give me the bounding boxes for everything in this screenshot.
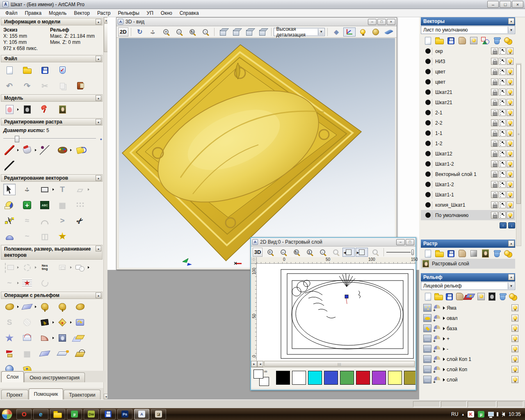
layer-colour-icon[interactable] [424, 130, 432, 137]
zoom-slider[interactable] [386, 249, 414, 255]
layer-visible-icon[interactable] [507, 140, 514, 147]
text-on-curve-icon[interactable] [21, 262, 33, 273]
vector-layer-row[interactable]: окр [421, 46, 515, 56]
gradient-layer-icon[interactable] [468, 249, 479, 258]
arc-fit-icon[interactable] [39, 215, 51, 226]
cut-icon[interactable]: ✂ [39, 80, 51, 91]
view3d-titlebar[interactable]: A 3D - вид – □ × [116, 18, 397, 26]
vector-layer-row[interactable]: цвет [421, 77, 515, 87]
move-layer-down-icon[interactable]: ↓ [508, 222, 515, 228]
vector-layer-row[interactable]: Шкат12 [421, 148, 515, 159]
redo-icon[interactable]: ↷ [21, 80, 33, 91]
distort-relief-icon[interactable]: ▦ [21, 348, 33, 359]
minimize-button[interactable]: – [487, 1, 499, 8]
toggle-all-layers-icon[interactable] [503, 36, 514, 46]
create-text-icon[interactable]: T [56, 184, 68, 195]
restore-button[interactable]: □ [406, 239, 414, 245]
two-rail-sweep-icon[interactable] [21, 332, 33, 344]
open-relief-layer-icon[interactable] [433, 292, 444, 301]
expand-arrow-icon[interactable] [443, 368, 445, 371]
relief-preset-dropdown[interactable]: Лицевой рельеф [421, 282, 515, 290]
layer-visible-icon[interactable] [511, 325, 518, 332]
flood-fill-icon[interactable] [21, 144, 33, 156]
flat-plane-icon[interactable] [39, 348, 51, 359]
layer-colour-icon[interactable] [424, 140, 432, 147]
snap-layer-icon[interactable] [499, 68, 506, 75]
layer-visible-icon[interactable] [507, 78, 514, 85]
star-wizard-icon[interactable] [3, 332, 16, 344]
taskbar-utorrent[interactable]: µ [67, 409, 82, 420]
layer-colour-icon[interactable] [424, 78, 432, 86]
collapse-icon[interactable] [96, 175, 101, 181]
network-tray-icon[interactable] [488, 412, 494, 416]
detail-level-dropdown[interactable]: Высокая детализация [274, 28, 325, 36]
fillet-icon[interactable]: ~ [21, 231, 33, 242]
layer-visible-icon[interactable] [507, 68, 514, 75]
export-model-icon[interactable] [56, 64, 68, 76]
zoom-previous-icon[interactable]: ↻ [186, 27, 199, 37]
greyscale-preview-icon[interactable] [486, 292, 497, 301]
zoom-previous-icon[interactable]: ↻ [290, 248, 302, 257]
layer-colour-icon[interactable] [424, 58, 432, 65]
relief-visibility-icon[interactable] [476, 292, 486, 301]
zero-plane-icon[interactable] [21, 301, 33, 313]
section-header-model-info[interactable]: Информация о модели [1, 18, 103, 25]
zoom-out-icon[interactable]: − [277, 248, 289, 257]
paste-icon[interactable] [74, 80, 86, 91]
greyscale-model-icon[interactable] [21, 104, 33, 115]
close-button[interactable]: × [387, 19, 395, 25]
twist-icon[interactable] [39, 277, 51, 289]
taskbar-opera[interactable]: O [16, 409, 32, 420]
draw-relief-icon[interactable] [383, 27, 395, 37]
collapse-icon[interactable] [96, 95, 101, 101]
merge-vector-layers-icon[interactable] [457, 36, 468, 46]
zoom-box-icon[interactable]: ▫ [316, 248, 329, 257]
colour-swatch-1[interactable] [292, 371, 306, 385]
relief-layer-row[interactable]: слой Коп 1 [421, 354, 520, 364]
draw-axes-icon[interactable] [343, 27, 356, 37]
utorrent-tray-icon[interactable]: µ [478, 411, 484, 418]
layer-colour-icon[interactable] [424, 160, 432, 168]
layer-visible-icon[interactable] [507, 58, 514, 65]
taskbar-save-app[interactable] [100, 409, 116, 420]
layer-colour-icon[interactable] [424, 99, 432, 106]
select-shapes-icon[interactable] [480, 36, 491, 46]
lock-layer-icon[interactable] [491, 89, 498, 96]
layer-visibility-icon[interactable] [468, 36, 479, 46]
colour-swatch-5[interactable] [356, 371, 370, 385]
combine-mode-icon[interactable] [433, 345, 441, 352]
zoom-object-icon[interactable] [329, 248, 342, 257]
dot-spacing-icon[interactable] [74, 199, 86, 211]
lock-layer-icon[interactable] [491, 109, 498, 116]
section-header-model[interactable]: Модель [1, 94, 103, 102]
menu-Файл[interactable]: Файл [2, 9, 21, 17]
new-vector-layer-icon[interactable] [422, 36, 433, 46]
nesting-icon[interactable] [39, 262, 51, 273]
relief-layer-row[interactable]: овал [421, 313, 520, 323]
brush-diameter-slider[interactable]: ✦ [3, 136, 100, 142]
layer-visible-icon[interactable] [507, 89, 514, 96]
lock-layer-icon[interactable] [491, 78, 498, 85]
layer-colour-icon[interactable] [424, 68, 432, 75]
collapse-icon[interactable] [96, 56, 101, 62]
collapse-icon[interactable] [96, 292, 101, 298]
sculpt-icon[interactable]: S [3, 317, 16, 328]
snap-left-icon[interactable] [342, 248, 355, 257]
lock-layer-icon[interactable] [491, 150, 498, 157]
colour-swatch-2[interactable] [308, 371, 322, 385]
fit-vectors-icon[interactable]: ~ [3, 277, 16, 289]
section-header-raster-edit[interactable]: Редактирование растра [1, 118, 103, 126]
layer-visible-icon[interactable] [511, 376, 518, 383]
add-relief-icon[interactable] [56, 301, 68, 313]
scroll-left-icon[interactable]: ◂ [257, 361, 263, 367]
vector-list-scrollbar[interactable]: ≡ [516, 63, 521, 246]
vector-layer-row[interactable]: Шкат1-2 [421, 179, 515, 189]
scroll-thumb[interactable]: ||| [264, 361, 415, 367]
view-along-y-icon[interactable] [243, 27, 256, 37]
slice-relief-icon[interactable] [56, 348, 68, 359]
delete-relief-layer-icon[interactable] [497, 292, 508, 301]
lock-layer-icon[interactable] [491, 191, 498, 198]
primary-secondary-colours[interactable]: ∞ [253, 369, 274, 387]
colour-swatch-6[interactable] [372, 371, 386, 385]
expand-arrow-icon[interactable] [443, 378, 445, 381]
